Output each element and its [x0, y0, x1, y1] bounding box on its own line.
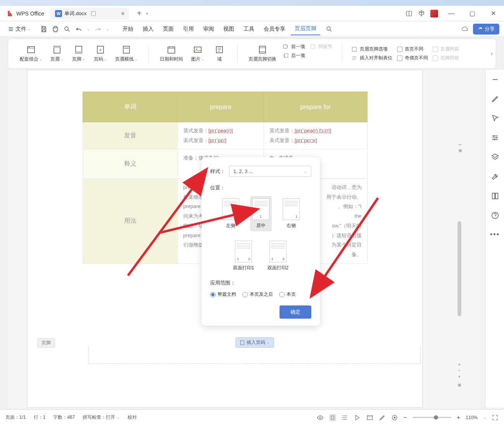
ribbon-switch[interactable]: 页眉页脚切换: [247, 43, 278, 64]
svg-point-2: [65, 27, 68, 30]
cube-icon[interactable]: [418, 10, 425, 17]
status-spell[interactable]: 拼写检查：打开 ⌄: [83, 414, 120, 421]
zoom-out-button[interactable]: −: [404, 414, 407, 421]
tab-close-icon[interactable]: [121, 12, 124, 15]
status-line[interactable]: 行：1: [34, 414, 46, 421]
zoom-slider[interactable]: [413, 417, 451, 418]
chevron-down-icon: ⌄: [28, 27, 31, 31]
ribbon: 配套组合⌄ 页眉⌄ 页脚⌄ # 页码⌄ 页眉横线⌄ 日期和时间 图片⌄: [8, 38, 496, 69]
position-left[interactable]: 1 左侧: [220, 196, 242, 231]
collapse-handle[interactable]: ⇤▣: [458, 142, 462, 153]
ribbon-header-line[interactable]: 页眉横线⌄: [114, 43, 139, 64]
tab-window-icon[interactable]: [91, 11, 96, 16]
ribbon-pagenum[interactable]: # 页码⌄: [92, 43, 109, 64]
minimize-button[interactable]: —: [444, 8, 459, 19]
view-page-icon[interactable]: [329, 414, 336, 421]
ribbon-next[interactable]: 后一项: [283, 52, 305, 59]
reader-mode-icon[interactable]: [406, 10, 413, 17]
tab-start[interactable]: 开始: [119, 23, 137, 35]
undo-icon[interactable]: [75, 26, 82, 33]
eye-icon[interactable]: [317, 414, 324, 421]
ribbon-datetime[interactable]: 日期和时间: [158, 43, 185, 64]
ribbon-prev[interactable]: 前一项: [283, 43, 305, 50]
scroll-arrows[interactable]: ▴•▾▣: [457, 361, 461, 387]
tab-insert[interactable]: 插入: [139, 23, 157, 35]
ribbon-footer[interactable]: 页脚⌄: [70, 43, 87, 64]
avatar-icon[interactable]: [430, 10, 438, 17]
layers-icon[interactable]: [491, 153, 499, 161]
settings-slider-icon[interactable]: [491, 134, 499, 142]
combo-icon: [26, 45, 36, 54]
tab-member[interactable]: 会员专享: [260, 23, 289, 35]
tab-tools[interactable]: 工具: [240, 23, 258, 35]
scope-after[interactable]: 本页及之后: [242, 291, 273, 298]
help-icon[interactable]: [491, 211, 499, 220]
style-select[interactable]: 1, 2, 3 ... ⌄: [229, 166, 311, 177]
undo-dropdown-icon[interactable]: ⌄: [87, 27, 90, 31]
save-icon[interactable]: [40, 26, 47, 33]
close-button[interactable]: ✕: [485, 8, 501, 19]
view-outline-icon[interactable]: [342, 414, 349, 421]
share-button[interactable]: 分享: [473, 24, 499, 35]
qat-more-icon[interactable]: ⌄: [106, 27, 109, 31]
scope-this[interactable]: 本页: [279, 291, 296, 298]
zoom-value[interactable]: 110%: [466, 415, 478, 420]
tab-header-footer[interactable]: 页眉页脚: [291, 23, 320, 35]
position-right[interactable]: 1 右侧: [280, 196, 302, 231]
status-page[interactable]: 页面：1/1: [5, 414, 26, 421]
preview-icon[interactable]: [64, 26, 71, 33]
tab-menu-caret-icon[interactable]: ▾: [146, 12, 148, 16]
svg-point-24: [493, 135, 494, 137]
position-duplex1[interactable]: 12 双面打印1: [231, 238, 257, 274]
file-menu[interactable]: 文件 ⌄: [5, 24, 34, 34]
zoom-menu-icon[interactable]: ⌄: [483, 416, 486, 420]
print-icon[interactable]: [52, 26, 59, 33]
maximize-button[interactable]: ▢: [464, 8, 480, 19]
ribbon-header[interactable]: 页眉⌄: [48, 43, 66, 64]
redo-icon[interactable]: [95, 26, 102, 33]
more-icon[interactable]: •••: [490, 231, 500, 239]
svg-rect-37: [367, 415, 373, 420]
cursor-icon[interactable]: [491, 114, 499, 123]
book-icon[interactable]: [491, 192, 499, 200]
scope-all[interactable]: 整篇文档: [210, 291, 236, 298]
add-tab-button[interactable]: +: [135, 9, 144, 18]
ribbon-insert-align[interactable]: 插入对齐制表位: [351, 55, 392, 61]
confirm-button[interactable]: 确定: [280, 305, 311, 319]
view-web-icon[interactable]: [366, 414, 373, 421]
minus-icon[interactable]: [491, 75, 499, 84]
footer-label-tag[interactable]: 页脚: [37, 338, 55, 348]
position-duplex2[interactable]: 12 双面打印2: [265, 238, 291, 274]
wrench-icon[interactable]: [491, 172, 499, 181]
calendar-icon: [167, 45, 176, 54]
ribbon-options[interactable]: 页眉页脚选项: [351, 46, 392, 52]
search-icon[interactable]: [326, 26, 333, 33]
status-proof[interactable]: 校对: [128, 414, 137, 421]
view-read-icon[interactable]: [354, 414, 361, 421]
position-center[interactable]: 1 居中: [250, 196, 272, 231]
cloud-icon[interactable]: [461, 26, 468, 33]
zoom-in-button[interactable]: +: [457, 414, 460, 421]
ribbon-scroll-right-icon[interactable]: ›: [491, 50, 493, 57]
pencil-icon[interactable]: [491, 95, 499, 103]
tab-view[interactable]: 视图: [219, 23, 238, 35]
menubar: 文件 ⌄ ⌄ ⌄ 开始 插入 页面 引用 审阅 视图 工具 会员专享 页眉页脚 …: [0, 21, 504, 37]
footer-dashed-area[interactable]: [88, 346, 421, 364]
zoom-fit-icon[interactable]: [391, 414, 398, 421]
th-col2: prepare for: [264, 92, 367, 122]
fullscreen-icon[interactable]: [492, 414, 499, 421]
edit-mode-icon[interactable]: [379, 414, 386, 421]
document-tab[interactable]: W 单词.docx: [50, 8, 129, 19]
scope-label: 应用范围：: [210, 280, 235, 286]
ribbon-field[interactable]: 域: [211, 43, 228, 64]
tab-page[interactable]: 页面: [159, 23, 178, 35]
tab-reference[interactable]: 引用: [179, 23, 198, 35]
ribbon-first-diff[interactable]: 首页不同: [397, 46, 428, 52]
ribbon-combo[interactable]: 配套组合⌄: [18, 43, 44, 64]
vertical-scrollbar[interactable]: [457, 221, 461, 357]
status-words[interactable]: 字数：467: [53, 414, 75, 421]
tab-review[interactable]: 审阅: [199, 23, 218, 35]
svg-rect-20: [311, 45, 315, 48]
ribbon-odd-even[interactable]: 奇偶页不同: [397, 55, 428, 61]
ribbon-picture[interactable]: 图片⌄: [189, 43, 206, 64]
